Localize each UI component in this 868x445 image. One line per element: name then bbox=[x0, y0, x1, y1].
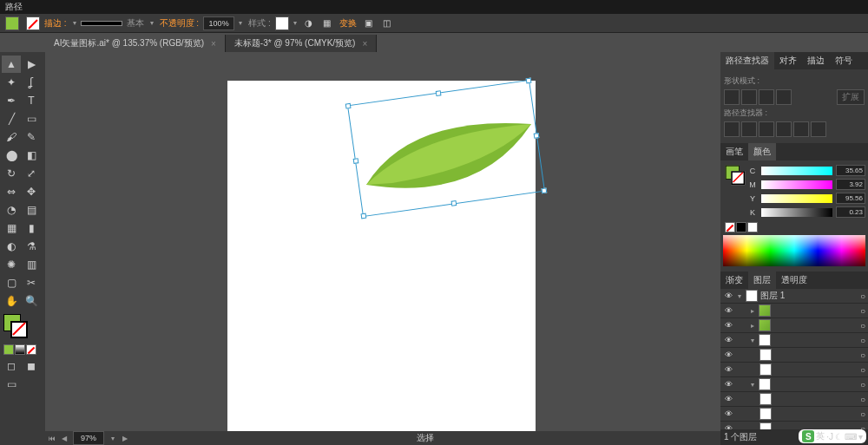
fill-stroke-indicator[interactable] bbox=[3, 314, 28, 338]
trim-icon[interactable] bbox=[741, 121, 757, 137]
layer-name[interactable]: 图层 1 bbox=[760, 290, 785, 302]
style-swatch[interactable] bbox=[275, 16, 289, 30]
color-mode-icon[interactable] bbox=[3, 344, 14, 355]
doc-tab-2[interactable]: 未标题-3* @ 97% (CMYK/预览) × bbox=[226, 35, 377, 52]
visibility-icon[interactable]: 👁 bbox=[723, 394, 733, 404]
next-artboard-icon[interactable]: ▶ bbox=[122, 434, 128, 442]
stroke-preview[interactable] bbox=[81, 21, 122, 26]
handle-w[interactable] bbox=[353, 158, 359, 164]
artboard-tool[interactable]: ▢ bbox=[2, 274, 21, 291]
line-tool[interactable]: ╱ bbox=[2, 110, 21, 128]
ime-moon-icon[interactable]: ☾ bbox=[835, 432, 843, 442]
target-icon[interactable]: ○ bbox=[860, 291, 865, 301]
ime-menu-icon[interactable]: ▾ bbox=[858, 432, 863, 442]
visibility-icon[interactable]: 👁 bbox=[723, 423, 733, 429]
blob-brush-tool[interactable]: ⬤ bbox=[2, 147, 21, 164]
m-value[interactable]: 3.92 bbox=[836, 179, 865, 190]
layer-row[interactable]: 👁 ▾ 图层 1 ○ bbox=[720, 289, 868, 304]
zoom-tool[interactable]: 🔍 bbox=[22, 292, 41, 310]
visibility-icon[interactable]: 👁 bbox=[723, 291, 733, 301]
opacity-dropdown[interactable]: ▾ bbox=[237, 19, 244, 28]
gradient-mode-icon[interactable] bbox=[15, 344, 25, 355]
magic-wand-tool[interactable]: ✦ bbox=[2, 74, 21, 91]
target-icon[interactable]: ○ bbox=[860, 395, 865, 404]
scale-tool[interactable]: ⤢ bbox=[22, 165, 41, 182]
none-swatch[interactable] bbox=[725, 222, 735, 232]
sublayer-row[interactable]: 👁▸○ bbox=[720, 304, 868, 318]
slice-tool[interactable]: ✂ bbox=[22, 274, 41, 291]
recolor-icon[interactable]: ◑ bbox=[301, 16, 317, 31]
visibility-icon[interactable]: 👁 bbox=[723, 305, 733, 316]
handle-sw[interactable] bbox=[361, 213, 367, 219]
divide-icon[interactable] bbox=[724, 121, 740, 137]
k-slider[interactable] bbox=[761, 208, 832, 217]
handle-s[interactable] bbox=[451, 200, 457, 206]
target-icon[interactable]: ○ bbox=[860, 409, 865, 419]
exclude-icon[interactable] bbox=[776, 89, 792, 105]
canvas-area[interactable]: ⏮ ◀ 97% ▾ ▶ 选择 bbox=[45, 52, 720, 445]
mesh-tool[interactable]: ▦ bbox=[2, 219, 21, 237]
sublayer-row[interactable]: 👁○ bbox=[720, 363, 868, 377]
paintbrush-tool[interactable]: 🖌 bbox=[2, 128, 21, 146]
lasso-tool[interactable]: ʆ bbox=[22, 74, 41, 91]
close-icon[interactable]: × bbox=[211, 39, 216, 49]
free-transform-tool[interactable]: ✥ bbox=[22, 183, 41, 200]
transform-label[interactable]: 变换 bbox=[339, 17, 357, 29]
sublayer-row[interactable]: 👁▾○ bbox=[720, 377, 868, 392]
direct-selection-tool[interactable]: ▶ bbox=[22, 56, 41, 73]
graph-tool[interactable]: ▥ bbox=[22, 256, 41, 273]
eyedropper-tool[interactable]: ◐ bbox=[2, 238, 21, 255]
c-slider[interactable] bbox=[761, 167, 832, 175]
k-value[interactable]: 0.23 bbox=[836, 206, 865, 218]
pen-tool[interactable]: ✒ bbox=[2, 92, 21, 109]
ime-lang[interactable]: 英 bbox=[816, 430, 825, 442]
clip-icon[interactable]: ◫ bbox=[379, 16, 395, 31]
brush-dropdown[interactable]: ▾ bbox=[148, 19, 155, 28]
disclosure-icon[interactable]: ▾ bbox=[749, 380, 756, 389]
handle-e[interactable] bbox=[534, 133, 540, 139]
sublayer-row[interactable]: 👁○ bbox=[720, 407, 868, 422]
handle-n[interactable] bbox=[436, 90, 442, 96]
none-mode-icon[interactable] bbox=[26, 344, 36, 355]
type-tool[interactable]: T bbox=[22, 92, 41, 109]
tab-align[interactable]: 对齐 bbox=[774, 52, 802, 69]
fill-swatch[interactable] bbox=[5, 16, 19, 30]
black-swatch[interactable] bbox=[736, 222, 746, 232]
style-dropdown[interactable]: ▾ bbox=[292, 19, 299, 28]
disclosure-icon[interactable]: ▸ bbox=[749, 321, 756, 330]
disclosure-icon[interactable]: ▾ bbox=[749, 336, 756, 344]
m-slider[interactable] bbox=[761, 180, 832, 189]
pencil-tool[interactable]: ✎ bbox=[22, 128, 41, 146]
doc-tab-1[interactable]: AI矢量图标.ai* @ 135.37% (RGB/预览) × bbox=[45, 35, 226, 52]
stroke-swatch[interactable] bbox=[26, 16, 40, 30]
handle-nw[interactable] bbox=[345, 103, 352, 109]
artboard[interactable] bbox=[227, 81, 536, 432]
opacity-value[interactable]: 100% bbox=[203, 16, 234, 30]
color-spectrum[interactable] bbox=[723, 235, 865, 266]
ime-keyboard-icon[interactable]: ⌨ bbox=[845, 432, 857, 442]
tab-stroke[interactable]: 描边 bbox=[802, 52, 830, 69]
visibility-icon[interactable]: 👁 bbox=[723, 350, 733, 360]
tab-brushes[interactable]: 画笔 bbox=[720, 143, 748, 160]
draw-normal-icon[interactable]: ◻ bbox=[2, 357, 21, 375]
target-icon[interactable]: ○ bbox=[860, 350, 865, 360]
unite-icon[interactable] bbox=[724, 89, 740, 105]
visibility-icon[interactable]: 👁 bbox=[723, 364, 733, 375]
target-icon[interactable]: ○ bbox=[860, 380, 865, 389]
sublayer-row[interactable]: 👁○ bbox=[720, 422, 868, 429]
rectangle-tool[interactable]: ▭ bbox=[22, 110, 41, 128]
expand-button[interactable]: 扩展 bbox=[837, 89, 865, 105]
visibility-icon[interactable]: 👁 bbox=[723, 409, 733, 419]
outline-icon[interactable] bbox=[793, 121, 809, 137]
stroke-weight-dropdown[interactable]: ▾ bbox=[71, 19, 78, 28]
y-value[interactable]: 95.56 bbox=[836, 193, 865, 204]
intersect-icon[interactable] bbox=[759, 89, 774, 105]
sublayer-row[interactable]: 👁▾○ bbox=[720, 333, 868, 348]
tab-symbols[interactable]: 符号 bbox=[830, 52, 858, 69]
tab-color[interactable]: 颜色 bbox=[748, 143, 776, 160]
handle-ne[interactable] bbox=[526, 78, 532, 84]
first-artboard-icon[interactable]: ⏮ bbox=[49, 434, 56, 442]
ime-indicator[interactable]: S 英 ·J ☾ ⌨ ▾ bbox=[799, 429, 866, 443]
tab-layers[interactable]: 图层 bbox=[748, 272, 776, 289]
zoom-dropdown[interactable]: ▾ bbox=[109, 434, 116, 442]
